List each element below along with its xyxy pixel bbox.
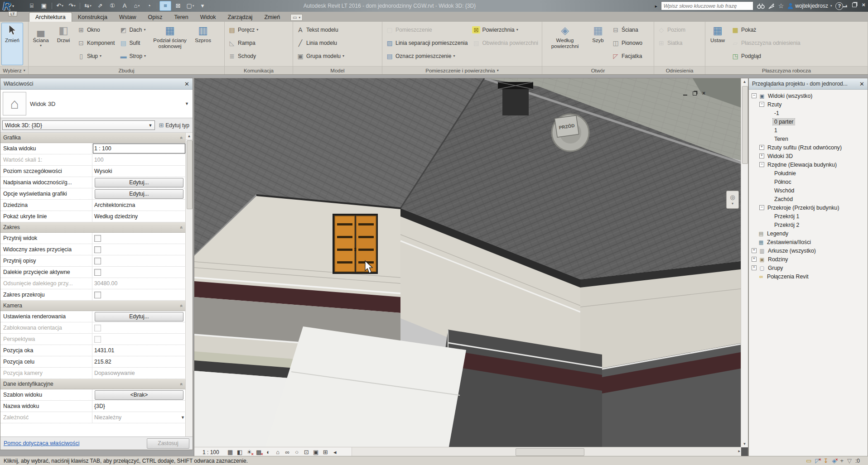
panel-label-wybierz[interactable]: Wybierz▾ [0, 66, 28, 74]
collapse-viewbar-icon[interactable]: ◂ [330, 449, 340, 455]
vertical-scrollbar[interactable]: ▲ ▼ [741, 78, 748, 447]
expander-spacer[interactable] [752, 231, 756, 235]
ribbon-button-podgl-d[interactable]: ◳Podgląd [730, 49, 802, 62]
panel-label-pomieszczenie-i-powierzchnia[interactable]: Pomieszczenie i powierzchnia▾ [382, 66, 542, 74]
property-checkbox[interactable] [94, 336, 101, 343]
property-value[interactable] [92, 322, 186, 333]
property-value[interactable] [92, 255, 186, 266]
horizontal-scrollbar[interactable]: ▸ [352, 447, 741, 457]
collapse-chevron-icon[interactable]: « [179, 383, 184, 385]
signed-in-user[interactable]: wojtekjedrosz ▾ [787, 3, 832, 9]
ribbon-button-wed-ug-powierzchni[interactable]: ◈Według powierzchni [544, 23, 586, 65]
select-underlay-icon[interactable]: ◸× [815, 458, 820, 464]
tree-item-przekroje-przekr-j-budynku[interactable]: −Przekroje (Przekrój budynku) [749, 203, 868, 212]
property-value[interactable]: {3D} [92, 401, 186, 412]
thin-lines-icon[interactable]: ≡ [159, 1, 171, 11]
edit-type-button[interactable]: ⊞ Edytuj typ [157, 122, 191, 129]
tree-item-po-udnie[interactable]: Południe [749, 169, 868, 177]
ribbon-button-linia-modelu[interactable]: ╱Linia modelu [295, 36, 346, 49]
section-header-kamera[interactable]: Kamera« [0, 301, 186, 311]
shadows-icon[interactable]: ▩× [254, 449, 264, 455]
ribbon-button-powierzchnia[interactable]: ⊠Powierzchnia▾ [471, 23, 539, 36]
expander-plus-icon[interactable]: + [752, 265, 757, 270]
panel-label-odniesienia[interactable]: Odniesienia [654, 66, 705, 74]
favorites-star-icon[interactable]: ☆ [778, 2, 784, 10]
expander-spacer[interactable] [767, 171, 771, 175]
aligned-dimension-icon[interactable]: ⇗ [95, 1, 106, 10]
panel-label-zbuduj[interactable]: Zbuduj [29, 66, 224, 74]
property-value[interactable]: Architektoniczna [92, 200, 186, 211]
close-button[interactable]: × [862, 3, 865, 7]
tree-item-teren[interactable]: Teren [749, 134, 868, 143]
properties-scrollbar[interactable]: ▲ [185, 133, 193, 436]
default-3d-view-icon[interactable]: ⌂▾ [131, 1, 142, 10]
ribbon-button-pomieszczenie[interactable]: ▢Pomieszczenie [384, 23, 469, 36]
reveal-hidden-elements-icon[interactable]: ○ [292, 449, 302, 455]
tree-item-legendy[interactable]: ▤Legendy [749, 229, 868, 238]
ribbon-button-siatka[interactable]: ⊞Siatka [656, 36, 687, 49]
view-minimize-button[interactable] [683, 91, 687, 96]
tag-by-category-icon[interactable]: ① [107, 1, 118, 10]
scroll-up-icon[interactable]: ▲ [741, 78, 748, 85]
switch-windows-icon[interactable]: ▢▾ [185, 1, 196, 10]
viewport-lock-icon[interactable]: ⊞ [321, 449, 330, 455]
tree-item-przekr-j-1[interactable]: Przekrój 1 [749, 212, 868, 221]
tab-zarz-dzaj[interactable]: Zarządzaj [222, 13, 258, 22]
ribbon-button-oznacz-pomieszczenie[interactable]: ▤Oznacz pomieszczenie▾ [384, 49, 469, 62]
expander-plus-icon[interactable]: + [759, 153, 764, 158]
redo-icon[interactable]: ↷▾ [67, 1, 77, 10]
tree-item-rzuty-sufitu-rzut-odwr-cony[interactable]: +Rzuty sufitu (Rzut odwrócony) [749, 143, 868, 152]
expander-spacer[interactable] [767, 180, 771, 184]
view-restore-button[interactable] [693, 91, 697, 96]
navigation-bar[interactable]: ◎ ▾ [726, 191, 739, 209]
expander-spacer[interactable] [767, 128, 771, 132]
property-checkbox[interactable] [94, 269, 101, 276]
ribbon-button-poka[interactable]: ▦Pokaż [730, 23, 802, 36]
show-camera-icon[interactable]: ▣ [311, 449, 321, 455]
lock-3d-view-icon[interactable]: ⌂ [273, 449, 283, 455]
ribbon-button-szyb[interactable]: ▦Szyb [587, 23, 609, 65]
ribbon-button-podzia-ciany-os-onowej[interactable]: ▦Podział ściany osłonowej [149, 23, 191, 65]
property-value[interactable] [92, 233, 186, 244]
ribbon-button-ustaw[interactable]: ▦Ustaw [707, 23, 728, 65]
property-value[interactable]: Dopasowywanie [92, 368, 186, 379]
expander-spacer[interactable] [767, 188, 771, 192]
tree-item-p-noc[interactable]: Północ [749, 177, 868, 186]
search-binoculars-icon[interactable] [757, 3, 765, 9]
type-selector[interactable]: ⌂ Widok 3D ▼ [0, 90, 193, 118]
ribbon-button-p-aszczyzna-odniesienia[interactable]: ▱Płaszczyzna odniesienia [730, 36, 802, 49]
tree-item-1[interactable]: -1 [749, 109, 868, 117]
ribbon-button-pionowo[interactable]: ◫Pionowo [610, 36, 644, 49]
panel-label-komunikacja[interactable]: Komunikacja [225, 66, 293, 74]
section-header-dane-identyfikacyjne[interactable]: Dane identyfikacyjne« [0, 379, 186, 389]
ribbon-button-rampa[interactable]: ◺Rampa [227, 36, 260, 49]
project-browser-close-icon[interactable]: ✕ [859, 81, 864, 87]
collapse-chevron-icon[interactable]: « [179, 136, 184, 139]
properties-help-link[interactable]: Pomoc dotycząca właściwości [4, 440, 79, 446]
expander-minus-icon[interactable]: − [759, 162, 764, 167]
property-value[interactable]: Wysoki [92, 166, 186, 177]
tree-item-przekr-j-2[interactable]: Przekrój 2 [749, 221, 868, 229]
crop-region-icon[interactable]: ⊡ [302, 449, 311, 455]
project-browser-header[interactable]: Przeglądarka projektu - dom jednorod... … [749, 78, 868, 90]
detail-level-icon[interactable]: ▦ [226, 449, 235, 455]
ribbon-button-facjatka[interactable]: ◸Facjatka [610, 49, 644, 62]
section-header-zakres[interactable]: Zakres« [0, 222, 186, 233]
collapse-chevron-icon[interactable]: « [179, 226, 184, 229]
property-value[interactable]: Edytuj... [92, 188, 186, 199]
expander-plus-icon[interactable]: + [752, 248, 757, 253]
property-value[interactable]: Niezależny▼ [92, 412, 186, 423]
ribbon-button-okno[interactable]: ⊞Okno [76, 23, 116, 36]
expander-spacer[interactable] [767, 214, 771, 218]
save-icon[interactable]: ▣ [39, 1, 49, 10]
tab-architektura[interactable]: Architektura [29, 12, 72, 22]
filter-icon[interactable]: ▽ [847, 458, 852, 464]
expander-spacer[interactable] [767, 111, 771, 115]
drag-on-selection-icon[interactable]: + [840, 458, 844, 464]
temporary-hide-isolate-icon[interactable]: ∞ [283, 449, 292, 455]
property-checkbox[interactable] [94, 235, 101, 242]
view-scale-button[interactable]: 1 : 100 [194, 449, 226, 455]
tree-item-wsch-d[interactable]: Wschód [749, 186, 868, 195]
apply-button[interactable]: Zastosuj [147, 438, 189, 449]
tree-item-1[interactable]: 1 [749, 126, 868, 134]
